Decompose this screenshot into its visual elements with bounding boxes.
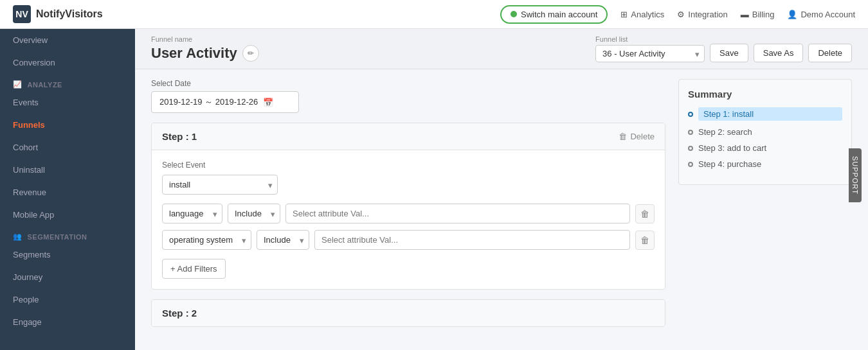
sidebar-engage-label: Engage	[13, 317, 42, 327]
summary-step-1[interactable]: Step 1: install	[688, 107, 842, 121]
summary-step-3[interactable]: Step 3: add to cart	[688, 143, 842, 153]
step-2-card: Step : 2	[151, 299, 665, 327]
sidebar-item-engage[interactable]: Engage	[0, 311, 135, 333]
green-dot-icon	[511, 11, 517, 17]
billing-nav[interactable]: ▬ Billing	[741, 10, 775, 19]
summary-step-4[interactable]: Step 4: purchase	[688, 159, 842, 169]
sidebar-item-people[interactable]: People	[0, 288, 135, 311]
sidebar-item-mobile-app[interactable]: Mobile App	[0, 204, 135, 226]
funnel-list-section: Funnel list 36 - User Activity	[595, 35, 705, 62]
switch-account-button[interactable]: Switch main account	[500, 5, 608, 24]
page-title: User Activity	[151, 45, 237, 62]
page-header: Funnel name User Activity ✏ Funnel list …	[135, 29, 868, 69]
event-select[interactable]: install	[162, 175, 278, 195]
step-1-delete-button[interactable]: 🗑 Delete	[619, 132, 655, 141]
sidebar-item-journey[interactable]: Journey	[0, 266, 135, 288]
filter-attr-2-wrap: operating system	[162, 230, 251, 250]
summary-card: Summary Step 1: install Step 2: search S…	[678, 79, 852, 185]
filter-operator-2[interactable]: Include	[257, 230, 309, 250]
select-event-label: Select Event	[162, 161, 655, 170]
sidebar-journey-label: Journey	[13, 272, 42, 282]
user-icon: 👤	[787, 10, 797, 19]
funnel-list-select-wrap: 36 - User Activity	[595, 45, 705, 62]
filter-row-2: operating system Include 🗑	[162, 230, 655, 250]
trash-small-icon-1: 🗑	[640, 209, 649, 219]
main-content: Funnel name User Activity ✏ Funnel list …	[135, 29, 868, 350]
switch-account-label: Switch main account	[521, 10, 597, 19]
sidebar-mobile-app-label: Mobile App	[13, 210, 54, 220]
summary-title: Summary	[688, 89, 842, 100]
sidebar-item-segments[interactable]: Segments	[0, 243, 135, 266]
logo: NV NotifyVisitors	[13, 5, 103, 23]
step-2-header: Step : 2	[152, 300, 665, 326]
select-date-label: Select Date	[151, 79, 665, 88]
funnel-list-select[interactable]: 36 - User Activity	[595, 45, 705, 62]
sidebar-section-analyze: 📈 ANALYZE	[0, 74, 135, 91]
sidebar-uninstall-label: Uninstall	[13, 165, 45, 175]
summary-dot-3	[688, 146, 693, 151]
integration-label: Integration	[688, 10, 727, 19]
logo-text: NotifyVisitors	[36, 8, 103, 20]
summary-step-4-label: Step 4: purchase	[698, 159, 761, 169]
add-filters-button[interactable]: + Add Filters	[162, 259, 226, 279]
filter-attribute-2[interactable]: operating system	[162, 230, 251, 250]
billing-icon: ▬	[741, 10, 749, 19]
support-label: SUPPORT	[851, 156, 859, 195]
save-button[interactable]: Save	[710, 44, 748, 62]
funnel-name-label: Funnel name	[151, 35, 259, 43]
sidebar-revenue-label: Revenue	[13, 188, 46, 197]
demo-account-label: Demo Account	[800, 10, 855, 19]
top-navigation: NV NotifyVisitors Switch main account ⊞ …	[0, 0, 868, 29]
sidebar-item-cohort[interactable]: Cohort	[0, 136, 135, 159]
segmentation-section-label: SEGMENTATION	[28, 233, 87, 241]
filter-operator-2-wrap: Include	[257, 230, 309, 250]
sidebar-item-conversion[interactable]: Conversion	[0, 51, 135, 74]
summary-step-2[interactable]: Step 2: search	[688, 127, 842, 137]
trash-icon: 🗑	[619, 132, 627, 141]
filter-operator-1[interactable]: Include	[228, 204, 280, 223]
step-1-title: Step : 1	[162, 131, 197, 142]
step-2-title: Step : 2	[162, 308, 197, 319]
funnel-list-area: Funnel list 36 - User Activity Save Save…	[595, 35, 852, 62]
delete-button[interactable]: Delete	[808, 44, 852, 62]
grid-icon: ⊞	[620, 10, 628, 19]
trash-small-icon-2: 🗑	[640, 235, 649, 245]
sidebar-overview-label: Overview	[13, 35, 48, 45]
sidebar-item-overview[interactable]: Overview	[0, 29, 135, 51]
funnel-name-section: Funnel name User Activity ✏	[151, 35, 259, 62]
filter-attr-1-wrap: language	[162, 204, 222, 223]
calendar-icon: 📅	[263, 98, 273, 107]
edit-title-button[interactable]: ✏	[242, 45, 259, 62]
analytics-label: Analytics	[631, 10, 664, 19]
funnel-list-label: Funnel list	[595, 35, 705, 43]
filter-value-2[interactable]	[314, 230, 630, 250]
filter-2-delete-button[interactable]: 🗑	[635, 231, 655, 250]
sidebar-item-events[interactable]: Events	[0, 91, 135, 114]
sidebar-item-funnels[interactable]: Funnels	[0, 114, 135, 136]
filter-1-delete-button[interactable]: 🗑	[635, 204, 655, 223]
people-icon: 👥	[13, 232, 23, 241]
filter-row-1: language Include 🗑	[162, 204, 655, 223]
logo-icon: NV	[13, 5, 31, 23]
step-1-header: Step : 1 🗑 Delete	[152, 123, 665, 150]
date-picker[interactable]: 2019-12-19 ～ 2019-12-26 📅	[151, 91, 299, 113]
sidebar-item-uninstall[interactable]: Uninstall	[0, 159, 135, 181]
analytics-nav[interactable]: ⊞ Analytics	[620, 10, 664, 19]
save-as-button[interactable]: Save As	[754, 44, 804, 62]
sidebar-item-revenue[interactable]: Revenue	[0, 181, 135, 204]
step-1-body: Select Event install language	[152, 150, 665, 289]
sidebar-segments-label: Segments	[13, 250, 51, 259]
filter-value-1[interactable]	[285, 204, 630, 223]
summary-step-1-label: Step 1: install	[698, 107, 842, 121]
sidebar-events-label: Events	[13, 98, 39, 107]
sidebar-funnels-label: Funnels	[13, 120, 45, 130]
summary-dot-1	[688, 112, 693, 117]
left-panel: Select Date 2019-12-19 ～ 2019-12-26 📅 St…	[151, 79, 665, 340]
billing-label: Billing	[752, 10, 775, 19]
filter-attribute-1[interactable]: language	[162, 204, 222, 223]
summary-dot-4	[688, 162, 693, 167]
integration-nav[interactable]: ⚙ Integration	[677, 10, 727, 19]
demo-account-nav[interactable]: 👤 Demo Account	[787, 10, 855, 19]
gear-icon: ⚙	[677, 10, 685, 19]
support-tab[interactable]: SUPPORT	[849, 148, 862, 202]
